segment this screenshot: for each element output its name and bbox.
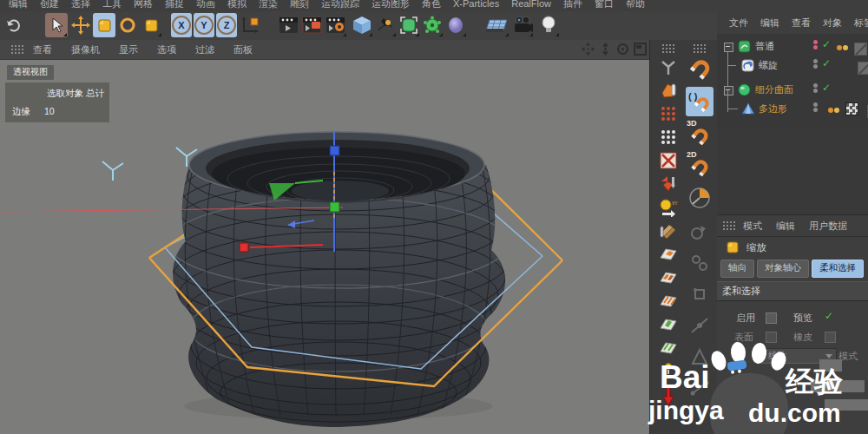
om-menu-object[interactable]: 对象	[823, 16, 842, 30]
z-axis-lock-button[interactable]: Z	[216, 13, 237, 37]
phong-tag-icon[interactable]	[837, 42, 849, 52]
menu-item[interactable]: 模拟	[227, 0, 247, 10]
tab-object-axis[interactable]: 对象轴心	[757, 260, 809, 278]
points-mode-red-icon[interactable]	[657, 103, 680, 124]
rotate-view-icon[interactable]	[615, 42, 630, 56]
expander-icon[interactable]	[724, 43, 733, 52]
om-menu-file[interactable]: 文件	[729, 16, 748, 30]
menu-item[interactable]: X-Particles	[453, 0, 499, 10]
menu-item[interactable]: 角色	[422, 0, 441, 10]
visibility-check-icon[interactable]	[822, 82, 831, 94]
floor-button[interactable]	[483, 13, 510, 37]
object-row-polygon[interactable]: 多边形	[717, 100, 868, 117]
enable-checkbox[interactable]	[766, 312, 777, 324]
deformer-button[interactable]	[421, 13, 444, 37]
menu-item[interactable]: RealFlow	[511, 0, 551, 10]
palette-grip-icon[interactable]	[693, 43, 707, 54]
object-label[interactable]: 螺旋	[759, 59, 778, 72]
camera-button[interactable]	[511, 13, 534, 37]
vp-menu-camera[interactable]: 摄像机	[71, 43, 100, 56]
maximize-view-icon[interactable]	[633, 42, 648, 56]
vp-menu-display[interactable]: 显示	[119, 43, 138, 56]
enable-dots-icon[interactable]	[813, 82, 818, 94]
environment-button[interactable]	[444, 13, 467, 37]
viewport[interactable]: 查看 摄像机 显示 选项 过滤 面板	[0, 40, 649, 434]
rotate-tool[interactable]	[116, 13, 139, 37]
om-menu-tags[interactable]: 标签	[854, 16, 868, 30]
tab-soft-selection[interactable]: 柔和选择	[812, 260, 864, 278]
am-menu-mode[interactable]: 模式	[743, 220, 762, 233]
om-menu-edit[interactable]: 编辑	[760, 16, 779, 30]
polygon-selection-tag-icon[interactable]	[845, 102, 858, 115]
workplane-mode-icon[interactable]	[657, 174, 680, 194]
om-menu-view[interactable]: 查看	[792, 16, 811, 30]
render-picture-viewer-button[interactable]	[301, 13, 324, 37]
menu-item[interactable]: 网格	[134, 0, 153, 10]
palette-grip-icon[interactable]	[661, 43, 675, 54]
vp-menu-panel[interactable]: 面板	[233, 43, 253, 56]
primitive-cube-button[interactable]	[351, 13, 373, 37]
snap-enable-magnet-icon[interactable]	[686, 56, 713, 85]
subdivision-surface-button[interactable]	[398, 13, 420, 37]
menu-item[interactable]: 编辑	[9, 0, 28, 10]
disable-axis-icon[interactable]	[657, 150, 680, 171]
auto-snap-button[interactable]: ( )	[686, 87, 713, 116]
menu-item[interactable]: 窗口	[595, 0, 614, 10]
menu-item[interactable]: 选择	[71, 0, 90, 10]
menu-item[interactable]: 工具	[102, 0, 122, 10]
menu-item[interactable]: 动画	[196, 0, 215, 10]
last-used-tool[interactable]	[140, 13, 162, 37]
vp-menu-view[interactable]: 查看	[33, 43, 52, 56]
scale-tool[interactable]	[93, 13, 115, 37]
undo-icon[interactable]	[2, 13, 24, 37]
quantize-rotate-icon[interactable]	[686, 181, 713, 215]
live-selection-tool[interactable]	[45, 13, 68, 37]
am-menu-edit[interactable]: 编辑	[776, 220, 795, 233]
render-view-button[interactable]	[278, 13, 300, 37]
object-label[interactable]: 多边形	[759, 102, 787, 115]
snap-option-icon-2[interactable]	[686, 248, 713, 278]
object-row-helix[interactable]: 螺旋	[717, 56, 868, 74]
viewport-canvas[interactable]: 透视视图 选取对象 总计 边缘 10	[0, 59, 649, 434]
polygon-mode-icon[interactable]	[657, 80, 680, 101]
y-axis-lock-button[interactable]: Y	[194, 13, 214, 37]
workplane-icon-4[interactable]	[657, 314, 680, 335]
axis-modify-icon[interactable]: XYZ	[657, 197, 680, 218]
palette-grip-icon[interactable]	[722, 220, 736, 231]
preview-check-icon[interactable]	[825, 310, 833, 322]
rubber-checkbox[interactable]	[825, 332, 836, 343]
snap-3d-button[interactable]: 3D	[686, 118, 713, 148]
coordinate-system-icon[interactable]	[239, 13, 261, 37]
workplane-icon-2[interactable]	[657, 267, 680, 288]
object-row-subdivision[interactable]: 细分曲面	[717, 81, 868, 98]
object-label[interactable]: 普通	[755, 40, 774, 53]
phong-tag-icon[interactable]	[828, 104, 840, 115]
enable-dots-icon[interactable]	[813, 39, 818, 50]
render-settings-button[interactable]	[325, 13, 347, 37]
enable-dots-icon[interactable]	[813, 58, 818, 69]
menu-item[interactable]: 雕刻	[290, 0, 309, 10]
zoom-view-icon[interactable]	[598, 42, 613, 56]
snap-option-icon-1[interactable]	[686, 217, 713, 247]
am-menu-userdata[interactable]: 用户数据	[809, 220, 847, 233]
workplane-icon-3[interactable]	[657, 291, 680, 312]
layer-box-icon[interactable]	[858, 62, 868, 75]
menu-item[interactable]: 运动图形	[372, 0, 410, 10]
section-header[interactable]: 柔和选择	[717, 281, 868, 301]
menu-item[interactable]: 创建	[40, 0, 59, 10]
texture-mode-icon[interactable]	[657, 220, 680, 241]
vp-menu-options[interactable]: 选项	[157, 43, 176, 56]
expander-icon[interactable]	[724, 86, 733, 95]
move-tool[interactable]	[69, 13, 92, 37]
enable-dots-icon[interactable]	[813, 102, 818, 113]
object-label[interactable]: 细分曲面	[755, 83, 793, 96]
surface-checkbox[interactable]	[766, 332, 777, 343]
tab-axis[interactable]: 轴向	[720, 260, 754, 278]
workplane-icon-5[interactable]	[657, 338, 680, 358]
x-axis-lock-button[interactable]: X	[171, 13, 192, 37]
points-mode-icon[interactable]	[657, 127, 680, 148]
menu-item[interactable]: 渲染	[259, 0, 278, 10]
spline-pen-button[interactable]	[374, 13, 397, 37]
snap-option-icon-4[interactable]	[686, 311, 713, 340]
viewport-solo-icon[interactable]	[657, 56, 680, 77]
